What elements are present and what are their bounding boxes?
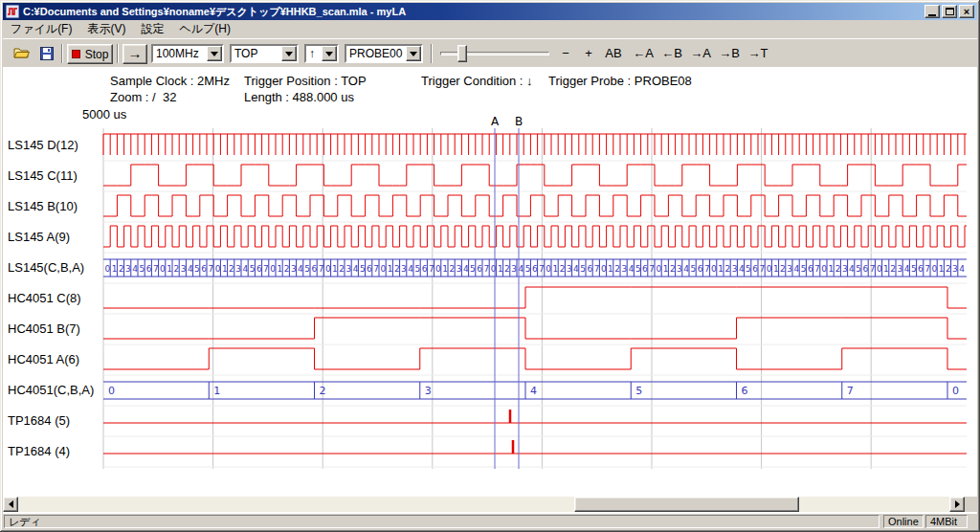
bus-value: 4: [408, 264, 413, 274]
bus-value: 7: [263, 264, 269, 274]
bus-value: 1: [608, 264, 613, 274]
bus-value: 5: [304, 264, 310, 274]
bus-value: 7: [209, 264, 214, 274]
bus-value: 6: [201, 264, 207, 274]
bus-value: 0: [270, 264, 276, 274]
channel-trace: [103, 195, 967, 216]
bus-value: 5: [635, 385, 642, 397]
bus-value: 0: [601, 264, 607, 274]
cursor-a-label: A: [491, 115, 500, 128]
bus-value: 3: [952, 264, 958, 274]
bus-value: 4: [132, 264, 138, 274]
bus-value: 6: [477, 264, 482, 274]
bus-value: 2: [394, 264, 400, 274]
bus-value: 2: [174, 264, 180, 274]
bus-value: 1: [213, 385, 220, 397]
app-window: C:¥Documents and Settings¥noname¥デスクトップ¥…: [0, 0, 980, 532]
channel-trace: [103, 287, 967, 308]
bus-value: 2: [670, 264, 676, 274]
scrollbar-thumb[interactable]: [574, 497, 799, 512]
bus-value: 6: [642, 264, 648, 274]
bus-value: 4: [573, 264, 579, 274]
bus-value: 3: [181, 264, 187, 274]
bus-value: 1: [883, 264, 889, 274]
bus-value: 4: [904, 264, 910, 274]
bus-value: 6: [698, 264, 703, 274]
bus-value: 0: [952, 385, 959, 397]
bus-value: 6: [918, 264, 924, 274]
bus-value: 1: [718, 264, 724, 274]
scroll-left-button[interactable]: [3, 497, 18, 512]
scroll-right-button[interactable]: [949, 497, 965, 512]
bus-value: 2: [835, 264, 841, 274]
bus-value: 4: [530, 385, 537, 397]
waveform-plot[interactable]: 0123456701234567012345670123456701234567…: [0, 0, 980, 532]
bus-value: 7: [484, 264, 490, 274]
bus-value: 4: [188, 264, 193, 274]
bus-value: 0: [932, 264, 938, 274]
bus-value: 5: [691, 264, 697, 274]
arrow-right-icon: [955, 500, 964, 508]
bus-value: 6: [752, 264, 758, 274]
bus-value: 2: [450, 264, 456, 274]
bus-value: 1: [442, 264, 448, 274]
bus-value: 7: [870, 264, 876, 274]
bus-value: 6: [742, 385, 748, 397]
channel-trace: [103, 134, 967, 155]
channel-trace: [103, 318, 967, 339]
bus-value: 6: [146, 264, 152, 274]
bus-value: 6: [422, 264, 428, 274]
bus-value: 1: [498, 264, 503, 274]
bus-value: 1: [829, 264, 835, 274]
bus-value: 2: [504, 264, 510, 274]
bus-value: 5: [856, 264, 861, 274]
bus-value: 0: [381, 264, 387, 274]
channel-trace: [103, 348, 967, 369]
bus-value: 7: [539, 264, 545, 274]
bus-value: 4: [629, 264, 635, 274]
bus-value: 0: [821, 264, 827, 274]
bus-value: 3: [898, 264, 903, 274]
bus-value: 1: [939, 264, 945, 274]
bus-value: 0: [435, 264, 441, 274]
bus-value: 1: [773, 264, 779, 274]
bus-value: 3: [787, 264, 792, 274]
bus-value: 7: [429, 264, 434, 274]
bus-value: 1: [278, 264, 283, 274]
bus-value: 5: [140, 264, 145, 274]
bus-value: 5: [470, 264, 476, 274]
bus-value: 3: [291, 264, 297, 274]
bus-value: 1: [663, 264, 669, 274]
bus-value: 4: [353, 264, 359, 274]
status-memory: 4MBit: [925, 515, 968, 528]
bus-value: 1: [167, 264, 172, 274]
bus-value: 1: [388, 264, 393, 274]
channel-trace: [103, 226, 967, 247]
bus-value: 5: [525, 264, 531, 274]
status-ready: レディ: [4, 515, 880, 528]
bus-value: 0: [711, 264, 717, 274]
bus-value: 7: [319, 264, 324, 274]
bus-value: 6: [808, 264, 813, 274]
bus-value: 3: [425, 385, 432, 397]
bus-value: 5: [746, 264, 751, 274]
bus-value: 3: [235, 264, 241, 274]
bus-value: 0: [215, 264, 221, 274]
bus-value: 3: [457, 264, 462, 274]
bus-value: 3: [511, 264, 517, 274]
bus-value: 3: [842, 264, 848, 274]
bus-value: 3: [401, 264, 407, 274]
bus-value: 4: [463, 264, 469, 274]
bus-value: 0: [657, 264, 662, 274]
bus-value: 4: [959, 264, 965, 274]
bus-value: 2: [725, 264, 731, 274]
bus-value: 5: [415, 264, 421, 274]
bus-value: 7: [649, 264, 655, 274]
bus-value: 4: [739, 264, 745, 274]
horizontal-scrollbar[interactable]: [3, 497, 965, 512]
bus-value: 7: [924, 264, 930, 274]
bus-value: 4: [298, 264, 303, 274]
status-bar: レディ Online 4MBit: [3, 514, 977, 529]
scrollbar-corner: [965, 497, 977, 512]
bus-value: 5: [194, 264, 200, 274]
